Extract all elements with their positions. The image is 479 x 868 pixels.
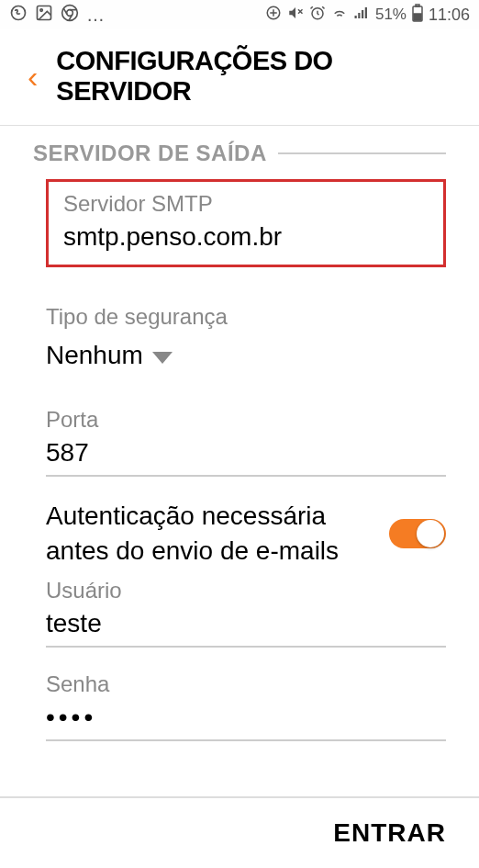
mute-icon xyxy=(287,5,304,26)
password-label: Senha xyxy=(46,671,446,697)
smtp-label: Servidor SMTP xyxy=(63,191,429,217)
svg-point-2 xyxy=(40,8,43,10)
svg-rect-15 xyxy=(416,5,419,6)
smtp-server-highlight: Servidor SMTP smtp.penso.com.br xyxy=(46,179,446,267)
status-right-icons: 51% 11:06 xyxy=(265,4,470,27)
alarm-icon xyxy=(309,5,326,26)
port-field: Porta 587 xyxy=(46,407,446,477)
chrome-icon xyxy=(61,4,79,27)
section-title: SERVIDOR DE SAÍDA xyxy=(33,141,267,166)
enter-button[interactable]: ENTRAR xyxy=(333,818,446,847)
security-value: Nenhum xyxy=(46,341,143,370)
chevron-down-icon xyxy=(152,352,173,364)
security-type-field: Tipo de segurança Nenhum xyxy=(46,304,446,370)
section-line xyxy=(278,152,446,154)
image-icon xyxy=(35,4,53,27)
signal-icon xyxy=(353,5,370,26)
user-label: Usuário xyxy=(46,578,446,603)
status-bar: … 51% 11:06 xyxy=(0,0,479,29)
battery-percent: 51% xyxy=(375,6,407,24)
page-title: CONFIGURAÇÕES DO SERVIDOR xyxy=(56,46,461,107)
security-label: Tipo de segurança xyxy=(46,304,446,330)
auth-toggle-row: Autenticação necessária antes do envio d… xyxy=(46,499,446,569)
password-field: Senha •••• xyxy=(46,671,446,741)
clock-time: 11:06 xyxy=(429,6,470,25)
section-header: SERVIDOR DE SAÍDA xyxy=(0,126,479,175)
password-input[interactable]: •••• xyxy=(46,703,446,741)
more-icon: … xyxy=(86,5,105,26)
user-input[interactable]: teste xyxy=(46,609,446,648)
wifi-icon xyxy=(331,5,348,26)
svg-point-0 xyxy=(12,6,26,19)
port-input[interactable]: 587 xyxy=(46,438,446,477)
bottom-bar: ENTRAR xyxy=(0,796,479,868)
auth-label: Autenticação necessária antes do envio d… xyxy=(46,499,371,569)
data-usage-icon xyxy=(265,5,282,26)
status-left-icons: … xyxy=(9,4,105,27)
form-content: Servidor SMTP smtp.penso.com.br Tipo de … xyxy=(0,179,479,741)
battery-icon xyxy=(412,4,423,27)
app-header: ‹ CONFIGURAÇÕES DO SERVIDOR xyxy=(0,29,479,125)
back-icon[interactable]: ‹ xyxy=(28,59,38,95)
auth-toggle[interactable] xyxy=(389,519,446,548)
smtp-input[interactable]: smtp.penso.com.br xyxy=(63,222,429,252)
whatsapp-icon xyxy=(9,4,28,27)
svg-rect-16 xyxy=(414,14,421,20)
user-field: Usuário teste xyxy=(46,578,446,648)
port-label: Porta xyxy=(46,407,446,433)
security-dropdown[interactable]: Nenhum xyxy=(46,341,446,370)
toggle-knob xyxy=(417,520,444,547)
